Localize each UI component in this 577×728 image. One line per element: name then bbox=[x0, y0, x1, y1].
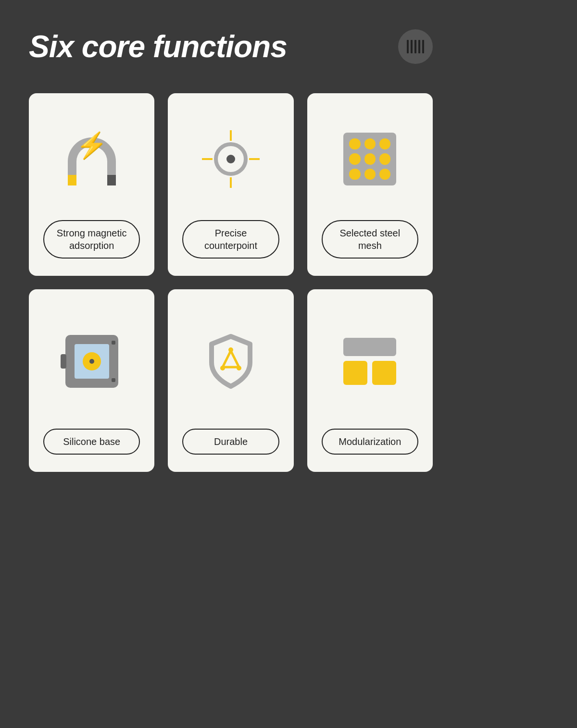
page-header: Six core functions bbox=[29, 29, 433, 64]
card-steel-mesh: Selected steel mesh bbox=[307, 93, 433, 276]
safe-hinge-top bbox=[112, 341, 115, 345]
dot-4 bbox=[349, 153, 360, 164]
bar2 bbox=[411, 40, 413, 53]
barcode-icon bbox=[398, 29, 433, 64]
bar5 bbox=[422, 40, 424, 53]
crosshair-icon bbox=[202, 130, 260, 188]
safe-knob bbox=[83, 352, 101, 370]
icon-area-counterpoint bbox=[182, 112, 279, 206]
mod-bottom-row bbox=[343, 361, 396, 385]
svg-marker-0 bbox=[223, 351, 239, 367]
icon-area-magnetic: ⚡ bbox=[43, 112, 140, 206]
mod-square-right bbox=[372, 361, 396, 385]
mod-top-bar bbox=[343, 338, 396, 356]
dot-5 bbox=[364, 153, 376, 164]
crosshair-line-bottom bbox=[230, 177, 232, 188]
shield-svg bbox=[204, 333, 257, 390]
label-counterpoint: Precise counterpoint bbox=[182, 220, 279, 259]
dot-7 bbox=[349, 169, 360, 180]
mesh-grid bbox=[343, 133, 396, 185]
label-silicone: Silicone base bbox=[43, 429, 140, 455]
modular-icon bbox=[343, 338, 396, 385]
barcode-bars bbox=[407, 40, 424, 53]
label-modular: Modularization bbox=[322, 429, 418, 455]
svg-point-1 bbox=[228, 347, 233, 352]
shield-icon bbox=[204, 333, 257, 390]
lightning-icon: ⚡ bbox=[76, 133, 107, 158]
crosshair-line-top bbox=[230, 130, 232, 141]
card-magnetic: ⚡ Strong magnetic adsorption bbox=[29, 93, 154, 276]
bar4 bbox=[418, 40, 420, 53]
label-magnetic: Strong magnetic adsorption bbox=[43, 220, 140, 259]
icon-area-mesh bbox=[322, 112, 418, 206]
crosshair-line-right bbox=[249, 158, 260, 160]
dot-3 bbox=[379, 138, 390, 149]
safe-hinge-bottom bbox=[112, 378, 115, 382]
magnet-leg-right bbox=[107, 175, 116, 185]
safe-knob-center bbox=[89, 359, 94, 364]
card-modular: Modularization bbox=[307, 289, 433, 472]
mesh-icon bbox=[343, 133, 396, 185]
mod-square-left bbox=[343, 361, 367, 385]
magnet-icon: ⚡ bbox=[63, 133, 121, 185]
dot-8 bbox=[364, 169, 376, 180]
feature-grid: ⚡ Strong magnetic adsorption Precise cou… bbox=[29, 93, 433, 472]
card-durable: Durable bbox=[168, 289, 293, 472]
dot-6 bbox=[379, 153, 390, 164]
page-title: Six core functions bbox=[29, 29, 287, 64]
label-steel-mesh: Selected steel mesh bbox=[322, 220, 418, 259]
safe-handle bbox=[61, 354, 66, 369]
magnet-leg-left bbox=[68, 175, 76, 185]
dot-2 bbox=[364, 138, 376, 149]
safe-icon bbox=[65, 335, 118, 388]
safe-inner bbox=[75, 344, 109, 379]
crosshair-center bbox=[226, 155, 235, 163]
bar1 bbox=[407, 40, 409, 53]
icon-area-modular bbox=[322, 308, 418, 414]
label-durable: Durable bbox=[182, 429, 279, 455]
dot-1 bbox=[349, 138, 360, 149]
bar3 bbox=[414, 40, 416, 53]
safe-body bbox=[65, 335, 118, 388]
card-counterpoint: Precise counterpoint bbox=[168, 93, 293, 276]
svg-point-3 bbox=[237, 366, 241, 370]
svg-point-2 bbox=[220, 366, 225, 370]
crosshair-line-left bbox=[202, 158, 213, 160]
icon-area-silicone bbox=[43, 308, 140, 414]
dot-9 bbox=[379, 169, 390, 180]
card-silicone: Silicone base bbox=[29, 289, 154, 472]
icon-area-durable bbox=[182, 308, 279, 414]
